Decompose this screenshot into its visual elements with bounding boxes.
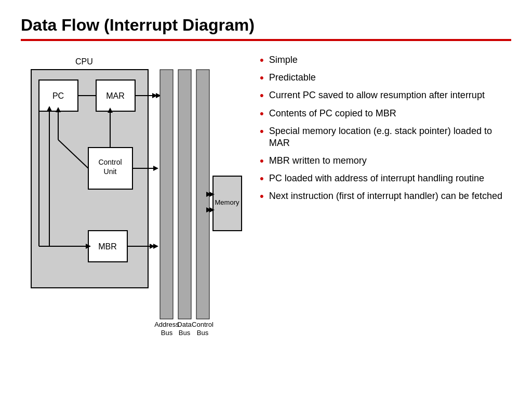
bullet-item-7: PC loaded with address of interrupt hand… <box>260 172 511 185</box>
svg-text:Control: Control <box>98 158 122 166</box>
diagram-section: CPU PC MAR Control Unit MBR <box>21 51 249 378</box>
content-area: CPU PC MAR Control Unit MBR <box>21 51 511 378</box>
bullet-item-1: Simple <box>260 54 511 66</box>
svg-text:Unit: Unit <box>104 167 117 176</box>
svg-rect-26 <box>160 70 173 319</box>
svg-text:PC: PC <box>52 91 64 100</box>
bullet-item-8: Next instruction (first of interrupt han… <box>260 190 511 203</box>
svg-text:MBR: MBR <box>98 242 117 251</box>
bullet-item-5: Special memory location (e.g. stack poin… <box>260 125 511 150</box>
svg-marker-22 <box>153 166 158 171</box>
bullet-section: SimplePredictableCurrent PC saved to all… <box>260 51 511 378</box>
svg-text:Bus: Bus <box>179 329 191 337</box>
bullet-list: SimplePredictableCurrent PC saved to all… <box>260 54 511 203</box>
svg-rect-27 <box>178 70 191 319</box>
svg-text:Address: Address <box>154 321 179 328</box>
page-title: Data Flow (Interrupt Diagram) <box>21 16 511 35</box>
bullet-item-3: Current PC saved to allow resumption aft… <box>260 89 511 102</box>
slide: Data Flow (Interrupt Diagram) CPU PC MAR… <box>0 0 532 399</box>
bullet-item-6: MBR written to memory <box>260 155 511 167</box>
interrupt-diagram: CPU PC MAR Control Unit MBR <box>21 51 244 358</box>
svg-text:Bus: Bus <box>197 329 209 337</box>
svg-text:CPU: CPU <box>75 57 93 66</box>
svg-text:Control: Control <box>192 321 214 328</box>
svg-text:Memory: Memory <box>215 198 240 206</box>
bullet-item-4: Contents of PC copied to MBR <box>260 108 511 120</box>
svg-text:MAR: MAR <box>106 91 125 100</box>
bullet-item-2: Predictable <box>260 72 511 84</box>
title-underline <box>21 39 511 41</box>
svg-text:Bus: Bus <box>161 329 173 337</box>
svg-text:Data: Data <box>177 321 192 328</box>
